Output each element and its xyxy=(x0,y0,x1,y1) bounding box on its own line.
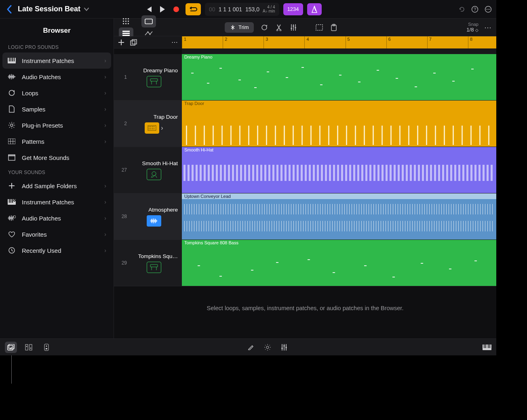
region-mode-button[interactable] xyxy=(141,15,156,27)
record-button[interactable] xyxy=(169,3,183,16)
sidebar-item-add-folders[interactable]: Add Sample Folders › xyxy=(2,178,111,194)
plugin-tab-button[interactable] xyxy=(40,342,53,353)
svg-rect-61 xyxy=(293,25,294,27)
sidebar-item-user-instrument-patches[interactable]: Instrument Patches › xyxy=(2,194,111,210)
title-chevron-icon[interactable] xyxy=(84,7,89,11)
cycle-button[interactable] xyxy=(186,3,201,15)
svg-rect-97 xyxy=(46,348,47,349)
track-header[interactable]: 27 Smooth Hi-Hat xyxy=(114,147,182,193)
piano-user-icon xyxy=(7,199,16,205)
svg-point-96 xyxy=(46,345,47,346)
track-name: Smooth Hi-Hat xyxy=(130,160,178,166)
tracks-container: 1 Dreamy Piano Dreamy Piano xyxy=(114,54,496,338)
chevron-right-icon: › xyxy=(104,199,106,205)
track-header[interactable]: 28 Atmosphere xyxy=(114,193,182,239)
heart-icon xyxy=(7,231,16,237)
track-region[interactable]: Tompkins Square 808 Bass xyxy=(182,240,496,286)
region-clip[interactable]: Tompkins Square 808 Bass xyxy=(182,240,496,286)
toolbar-more-icon[interactable]: ⋯ xyxy=(484,23,491,32)
svg-rect-86 xyxy=(150,265,158,267)
track-header[interactable]: 2 Trap Door › xyxy=(114,101,182,147)
project-title[interactable]: Late Session Beat xyxy=(18,5,80,13)
region-clip[interactable]: Trap Door xyxy=(182,101,496,147)
grid-view-button[interactable] xyxy=(119,15,133,27)
mixer-tab-button[interactable] xyxy=(23,342,35,353)
instrument-icon[interactable] xyxy=(147,76,161,87)
clip-label: Uptown Conveyor Lead xyxy=(184,194,231,199)
add-track-button[interactable] xyxy=(118,39,124,46)
loop-tool-button[interactable] xyxy=(257,21,272,34)
edit-tool-button[interactable] xyxy=(248,344,254,351)
track-region[interactable]: Dreamy Piano xyxy=(182,54,496,100)
sub-ruler[interactable] xyxy=(182,48,496,54)
svg-point-94 xyxy=(30,347,32,349)
bar-ruler[interactable]: 1 2 3 4 5 6 7 8 xyxy=(182,36,496,48)
sidebar-item-label: Instrument Patches xyxy=(22,199,74,206)
back-button[interactable] xyxy=(4,5,15,14)
sidebar-item-patterns[interactable]: Patterns › xyxy=(2,133,111,149)
duplicate-track-button[interactable] xyxy=(130,39,137,46)
undo-icon[interactable] xyxy=(458,6,466,13)
track-number: 1 xyxy=(118,74,127,80)
svg-rect-73 xyxy=(148,126,156,130)
sidebar-item-get-more-sounds[interactable]: Get More Sounds xyxy=(2,149,111,166)
instrument-icon[interactable] xyxy=(147,215,161,227)
region-clip[interactable]: Dreamy Piano xyxy=(182,54,496,100)
chevron-right-icon: › xyxy=(104,74,106,80)
svg-line-21 xyxy=(9,127,10,128)
instrument-icon[interactable] xyxy=(147,262,161,273)
faders-button[interactable] xyxy=(281,344,287,351)
sidebar-item-audio-patches[interactable]: Audio Patches › xyxy=(2,69,111,85)
svg-rect-70 xyxy=(150,79,158,81)
clipboard-button[interactable] xyxy=(327,21,341,34)
track-row[interactable]: 2 Trap Door › Trap Door xyxy=(114,101,496,147)
track-row[interactable]: 29 Tompkins Squ… Tompkins Square 808 Bas… xyxy=(114,240,496,286)
top-right-controls: ? xyxy=(458,6,492,13)
svg-rect-112 xyxy=(286,347,287,348)
track-row[interactable]: 1 Dreamy Piano Dreamy Piano xyxy=(114,54,496,101)
more-icon[interactable] xyxy=(484,6,492,13)
snap-indicator[interactable]: Snap 1/8 ◇ xyxy=(466,22,479,33)
track-row[interactable]: 27 Smooth Hi-Hat Smooth Hi-Hat xyxy=(114,147,496,193)
sidebar-item-favorites[interactable]: Favorites › xyxy=(2,226,111,242)
lcd-display[interactable]: 00 1 1 1 001 153,0 4 / 4 A♭ min xyxy=(205,3,279,16)
metronome-badge[interactable] xyxy=(307,3,322,15)
lcd-tempo: 153,0 xyxy=(245,6,259,13)
svg-point-37 xyxy=(13,216,16,218)
track-region[interactable]: Smooth Hi-Hat xyxy=(182,147,496,193)
svg-point-53 xyxy=(149,34,150,35)
track-expand-icon[interactable]: › xyxy=(161,124,163,132)
track-region[interactable]: Uptown Conveyor Lead xyxy=(182,193,496,239)
browser-tab-button[interactable] xyxy=(5,342,17,353)
svg-rect-63 xyxy=(316,25,323,30)
marquee-tool-button[interactable] xyxy=(312,21,327,34)
keyboard-button[interactable] xyxy=(483,344,491,350)
app-window: Late Session Beat 00 1 1 1 001 153,0 xyxy=(0,0,496,355)
region-clip[interactable]: Smooth Hi-Hat xyxy=(182,147,496,193)
waveform-icon xyxy=(7,74,16,80)
track-row[interactable]: 28 Atmosphere Uptown Conveyor Lead xyxy=(114,193,496,240)
track-name: Dreamy Piano xyxy=(130,67,178,74)
track-header[interactable]: 1 Dreamy Piano xyxy=(114,54,182,100)
sidebar-item-loops[interactable]: Loops › xyxy=(2,85,111,101)
sidebar-item-instrument-patches[interactable]: Instrument Patches › xyxy=(2,52,111,69)
play-button[interactable] xyxy=(156,3,169,16)
instrument-icon[interactable] xyxy=(147,169,161,180)
mixer-tool-button[interactable] xyxy=(286,21,301,34)
go-to-start-button[interactable] xyxy=(142,3,156,16)
sidebar-item-recently-used[interactable]: Recently Used › xyxy=(2,242,111,258)
split-tool-button[interactable] xyxy=(272,21,286,34)
sidebar-item-plugin-presets[interactable]: Plug-in Presets › xyxy=(2,117,111,133)
region-clip[interactable]: Uptown Conveyor Lead xyxy=(182,193,496,239)
svg-point-0 xyxy=(173,6,179,12)
track-header[interactable]: 29 Tompkins Squ… xyxy=(114,240,182,286)
sidebar-item-samples[interactable]: Samples › xyxy=(2,101,111,117)
count-in-badge[interactable]: 1234 xyxy=(283,3,303,15)
trim-tool-button[interactable]: Trim xyxy=(225,22,254,33)
track-header-more-icon[interactable]: ⋯ xyxy=(171,38,178,46)
instrument-icon[interactable] xyxy=(145,122,159,134)
track-region[interactable]: Trap Door xyxy=(182,101,496,147)
smart-controls-button[interactable] xyxy=(264,344,271,351)
help-icon[interactable]: ? xyxy=(471,6,479,13)
sidebar-item-user-audio-patches[interactable]: Audio Patches › xyxy=(2,210,111,226)
